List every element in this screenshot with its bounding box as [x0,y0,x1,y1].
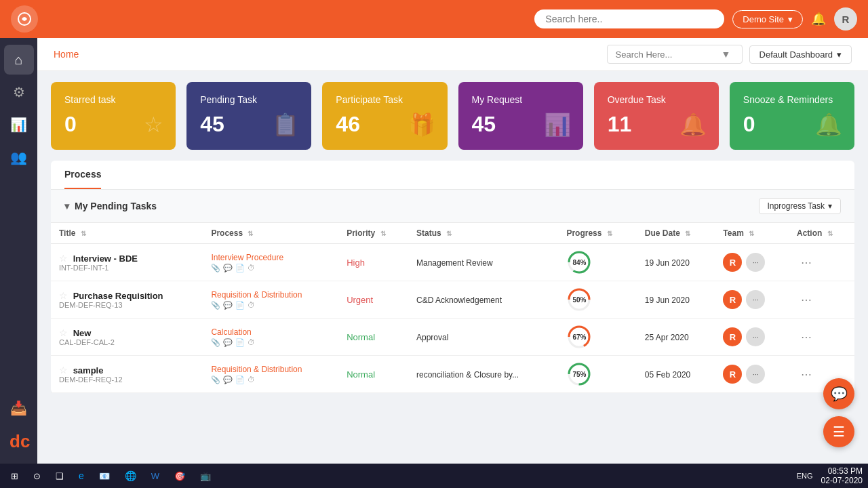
task-progress-cell: 84% [558,244,636,281]
card-starred[interactable]: Starred task 0 ☆ [51,82,176,150]
th-title[interactable]: Title ⇅ [51,223,203,244]
table-row: ☆ Interview - BDE INT-DEF-INT-1 Intervie… [51,244,854,281]
task-status-cell: C&D Acknowledgement [408,281,558,319]
task-status-cell: Management Review [408,244,558,281]
priority-label: Normal [347,332,375,342]
team-avatar[interactable]: R [723,365,742,384]
process-name[interactable]: Interview Procedure [211,253,330,262]
taskbar-app-edge[interactable]: e [73,469,90,483]
task-title[interactable]: Purchase Requisition [73,291,163,301]
action-more-button[interactable]: ⋯ [797,255,816,270]
star-icon[interactable]: ☆ [59,327,68,338]
th-priority[interactable]: Priority ⇅ [338,223,408,244]
card-icon-myrequest: 📊 [544,112,571,138]
action-more-button[interactable]: ⋯ [797,367,816,382]
sort-icon: ⇅ [81,230,86,237]
process-icons: 📎 💬 📄 ⏱ [211,301,330,310]
breadcrumb-home[interactable]: Home [54,49,79,60]
task-title[interactable]: Interview - BDE [73,253,138,264]
sidebar-item-users[interactable]: 👥 [4,142,34,172]
task-duedate-cell: 19 Jun 2020 [637,281,715,319]
star-icon[interactable]: ☆ [59,253,68,264]
site-selector-button[interactable]: Demo Site ▾ [732,10,803,28]
team-more-button[interactable]: ··· [746,365,765,384]
sidebar-item-home[interactable]: ⌂ [4,45,34,75]
navbar-search-input[interactable] [534,9,724,28]
search-taskbar-button[interactable]: ⊙ [28,470,46,483]
sort-icon: ⇅ [248,230,253,237]
sidebar-item-download[interactable]: 📥 [4,393,34,423]
time-icon: ⏱ [248,375,255,384]
team-more-button[interactable]: ··· [746,290,765,309]
card-participate[interactable]: Participate Task 46 🎁 [322,82,447,150]
sidebar-item-settings[interactable]: ⚙ [4,77,34,107]
card-label-participate: Participate Task [336,94,433,105]
task-title[interactable]: New [73,328,92,338]
taskbar: ⊞ ⊙ ❑ e 📧 🌐 W 🎯 📺 ENG 08:53 PM 02-07-202… [0,464,868,488]
card-overdue[interactable]: Overdue Task 11 🔔 [594,82,719,150]
team-avatar[interactable]: R [723,290,742,309]
card-label-overdue: Overdue Task [608,94,705,105]
th-progress[interactable]: Progress ⇅ [558,223,636,244]
header-search-input[interactable] [616,49,717,60]
card-icon-participate: 🎁 [408,112,435,138]
process-name[interactable]: Requisition & Distribution [211,290,330,300]
sidebar-brand-logo: dcs [4,426,34,455]
tab-process[interactable]: Process [64,161,101,189]
team-avatar[interactable]: R [723,327,742,346]
sidebar-item-analytics[interactable]: 📊 [4,110,34,140]
taskbar-app-misc1[interactable]: 🎯 [169,470,191,483]
process-icons: 📎 💬 📄 ⏱ [211,338,330,347]
taskbar-app-misc2[interactable]: 📺 [195,470,216,483]
task-process-cell: Calculation 📎 💬 📄 ⏱ [203,319,338,356]
process-name[interactable]: Calculation [211,327,330,337]
action-more-button[interactable]: ⋯ [797,329,816,345]
task-progress-cell: 75% [558,356,636,393]
app-logo [11,5,38,33]
team-more-button[interactable]: ··· [746,327,765,346]
action-more-button[interactable]: ⋯ [797,292,816,308]
inprogress-filter-button[interactable]: Inprogress Task ▾ [759,198,842,214]
task-title[interactable]: sample [73,365,104,375]
sidebar: ⌂ ⚙ 📊 👥 📥 dcs [0,38,37,464]
comment-icon: 💬 [223,338,233,347]
notification-button[interactable]: 🔔 [811,12,826,26]
card-myrequest[interactable]: My Request 45 📊 [458,82,583,150]
taskbar-app-word[interactable]: W [146,470,165,483]
th-team[interactable]: Team ⇅ [715,223,789,244]
task-id: DEM-DEF-REQ-13 [59,301,195,309]
dashboard-selector-button[interactable]: Default Dashboard ▾ [749,45,852,64]
task-id: DEM-DEF-REQ-12 [59,375,195,384]
taskbar-app-outlook[interactable]: 📧 [94,470,115,483]
main-layout: ⌂ ⚙ 📊 👥 📥 dcs Home ▼ Default Dashboa [0,38,868,464]
user-avatar[interactable]: R [834,7,857,30]
taskbar-app-chrome[interactable]: 🌐 [119,469,142,483]
task-id: INT-DEF-INT-1 [59,264,195,272]
star-icon[interactable]: ☆ [59,365,68,375]
menu-fab-button[interactable]: ☰ [823,416,854,447]
start-button[interactable]: ⊞ [5,470,24,483]
comment-icon: 💬 [223,301,233,310]
attachment-icon: 📎 [211,264,220,272]
due-date-label: 19 Jun 2020 [645,296,690,305]
th-due-date[interactable]: Due Date ⇅ [637,223,715,244]
progress-circle: 50% [566,287,592,312]
process-name[interactable]: Requisition & Distribution [211,365,330,374]
card-icon-starred: ☆ [144,112,163,138]
doc-icon: 📄 [235,264,245,272]
priority-label: High [347,258,365,268]
card-pending[interactable]: Pending Task 45 📋 [186,82,311,150]
task-view-button[interactable]: ❑ [50,470,69,483]
card-snooze[interactable]: Snooze & Reminders 0 🔔 [730,82,854,150]
header-right: ▼ Default Dashboard ▾ [607,45,852,64]
th-status[interactable]: Status ⇅ [408,223,558,244]
team-more-button[interactable]: ··· [746,253,765,272]
star-icon[interactable]: ☆ [59,290,68,301]
th-action[interactable]: Action ⇅ [789,223,854,244]
th-process[interactable]: Process ⇅ [203,223,338,244]
task-action-cell: ⋯ [789,319,854,356]
task-status-cell: Approval [408,319,558,356]
chevron-down-icon: ▾ [64,201,69,211]
team-avatar[interactable]: R [723,253,742,272]
chat-fab-button[interactable]: 💬 [823,378,854,409]
